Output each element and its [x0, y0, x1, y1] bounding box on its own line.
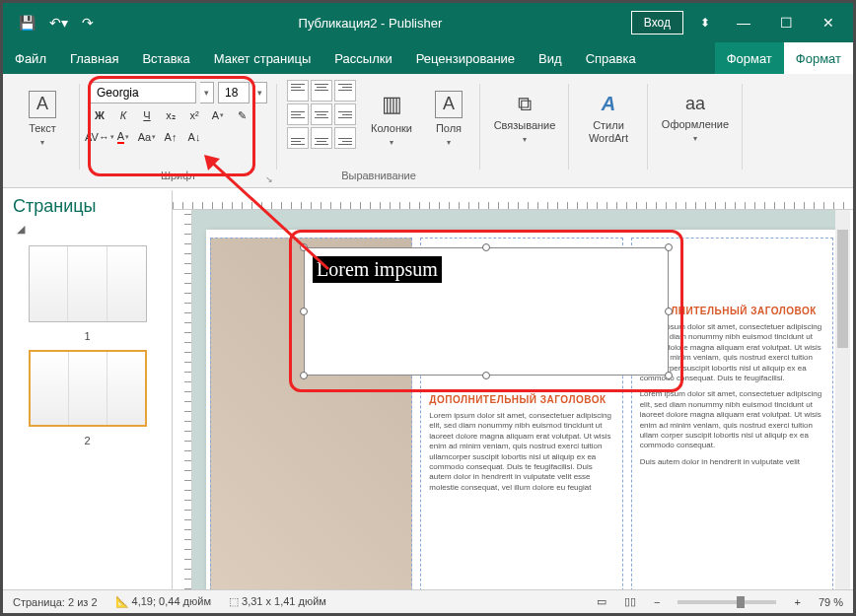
resize-handle[interactable] [665, 372, 673, 379]
selected-textbox[interactable]: Lorem impsum [304, 247, 669, 376]
status-page[interactable]: Страница: 2 из 2 [13, 596, 98, 608]
tab-format-context[interactable]: Формат [715, 42, 784, 74]
tab-format-active[interactable]: Формат [784, 42, 853, 74]
close-button[interactable]: ✕ [810, 9, 847, 36]
zoom-out-button[interactable]: − [654, 596, 660, 608]
font-name-input[interactable]: Georgia [90, 82, 196, 103]
pages-title: Страницы [3, 196, 172, 223]
char-spacing-button[interactable]: AV↔ [90, 127, 109, 147]
status-position: 📐 4,19; 0,44 дюйм [115, 595, 211, 608]
pages-collapse-icon[interactable]: ◢ [3, 223, 172, 236]
ribbon-options-icon[interactable]: ⬍ [700, 16, 710, 30]
heading-1: ДОПОЛНИТЕЛЬНЫЙ ЗАГОЛОВОК [429, 394, 613, 405]
window-title: Публикация2 - Publisher [109, 16, 631, 31]
text-effects-button[interactable]: A [208, 105, 228, 125]
text-button[interactable]: A Текст ▾ [15, 80, 70, 157]
resize-handle[interactable] [665, 243, 673, 251]
font-size-dropdown[interactable]: ▾ [253, 82, 267, 103]
status-size: ⬚ 3,31 x 1,41 дюйм [229, 595, 326, 608]
vertical-ruler[interactable] [173, 210, 192, 589]
body-text: Lorem ipsum dolor sit amet, consectetuer… [429, 411, 613, 493]
tab-layout[interactable]: Макет страницы [202, 42, 323, 74]
underline-button[interactable]: Ч [137, 105, 157, 125]
vertical-scrollbar[interactable] [835, 210, 850, 589]
thumb-label-1: 1 [84, 330, 90, 342]
text-icon: A [29, 91, 56, 118]
bold-button[interactable]: Ж [90, 105, 109, 125]
undo-icon[interactable]: ↶▾ [49, 15, 68, 31]
font-size-input[interactable]: 18 [218, 82, 250, 103]
font-group-label: Шрифт [90, 170, 267, 185]
fields-button[interactable]: A Поля ▾ [427, 80, 470, 157]
resize-handle[interactable] [482, 243, 490, 251]
ribbon: A Текст ▾ Georgia ▾ 18 ▾ Ж К Ч x₂ x² A ✎ [3, 74, 853, 188]
signin-button[interactable]: Вход [631, 11, 683, 34]
tab-view[interactable]: Вид [527, 42, 574, 74]
view-single-icon[interactable]: ▭ [597, 595, 606, 608]
fields-icon: A [435, 91, 463, 118]
horizontal-ruler[interactable] [173, 190, 853, 210]
tab-insert[interactable]: Вставка [130, 42, 201, 74]
zoom-in-button[interactable]: + [794, 596, 800, 608]
page-thumbnail-2[interactable] [29, 350, 147, 427]
maximize-button[interactable]: ☐ [767, 9, 805, 36]
tab-home[interactable]: Главная [58, 42, 130, 74]
subscript-button[interactable]: x₂ [161, 105, 180, 125]
view-spread-icon[interactable]: ▯▯ [624, 595, 636, 608]
linking-button[interactable]: ⧉ Связывание ▾ [490, 80, 559, 157]
titlebar: 💾 ↶▾ ↷ Публикация2 - Publisher Вход ⬍ — … [3, 3, 853, 42]
font-color-button[interactable]: A [113, 127, 133, 147]
minimize-button[interactable]: — [725, 9, 762, 36]
page-thumbnail-1[interactable] [29, 245, 147, 322]
body-text: Lorem ipsum dolor sit amet, consectetuer… [640, 389, 824, 450]
selected-text[interactable]: Lorem impsum [313, 256, 442, 283]
wordart-icon: A [602, 93, 615, 115]
italic-button[interactable]: К [113, 105, 133, 125]
align-group-label: Выравнивание [287, 170, 470, 185]
resize-handle[interactable] [300, 372, 308, 379]
grow-font-button[interactable]: A↑ [161, 127, 180, 147]
statusbar: Страница: 2 из 2 📐 4,19; 0,44 дюйм ⬚ 3,3… [3, 589, 853, 613]
shrink-font-button[interactable]: A↓ [184, 127, 204, 147]
resize-handle[interactable] [300, 308, 308, 315]
redo-icon[interactable]: ↷ [82, 15, 94, 31]
clear-format-button[interactable]: ✎ [232, 105, 251, 125]
zoom-slider[interactable] [678, 600, 776, 604]
font-dialog-launcher[interactable]: ↘ [263, 173, 275, 185]
typography-button[interactable]: аа Оформление ▾ [658, 80, 733, 157]
resize-handle[interactable] [300, 243, 308, 251]
font-name-dropdown[interactable]: ▾ [200, 82, 214, 103]
columns-button[interactable]: ▥ Колонки ▾ [366, 80, 417, 157]
superscript-button[interactable]: x² [184, 105, 204, 125]
thumb-label-2: 2 [84, 435, 90, 446]
linking-icon: ⧉ [518, 93, 532, 115]
change-case-button[interactable]: Aa [137, 127, 157, 147]
tab-review[interactable]: Рецензирование [404, 42, 527, 74]
zoom-level[interactable]: 79 % [819, 596, 843, 608]
scrollbar-thumb[interactable] [837, 230, 848, 348]
columns-icon: ▥ [378, 91, 405, 118]
alignment-grid[interactable] [287, 80, 356, 149]
resize-handle[interactable] [482, 372, 490, 379]
save-icon[interactable]: 💾 [19, 15, 36, 31]
tab-mail[interactable]: Рассылки [322, 42, 403, 74]
tab-file[interactable]: Файл [3, 42, 58, 74]
wordart-button[interactable]: A Стили WordArt [579, 80, 638, 157]
ribbon-tabs: Файл Главная Вставка Макет страницы Расс… [3, 42, 853, 74]
tab-help[interactable]: Справка [574, 42, 648, 74]
body-text: Duis autem dolor in hendrerit in vulputa… [640, 457, 824, 467]
resize-handle[interactable] [665, 308, 673, 315]
pages-panel: Страницы ◢ 1 2 [3, 190, 173, 589]
typography-icon: аа [685, 94, 705, 114]
